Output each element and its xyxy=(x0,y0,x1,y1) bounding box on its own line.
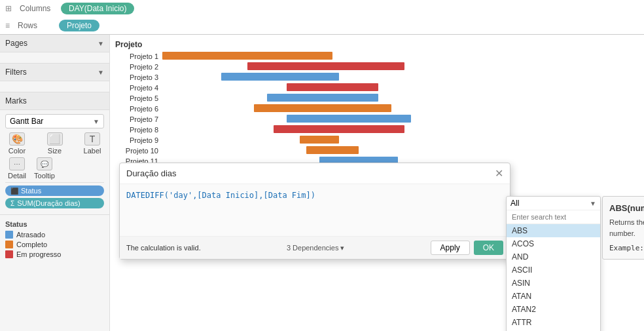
calc-deps[interactable]: 3 Dependencies ▾ xyxy=(287,244,345,252)
status-field-pill[interactable]: ⬛ Status xyxy=(5,185,104,196)
dialog-overlay: Duração dias ✕ DATEDIFF('day',[Data Inic… xyxy=(110,35,644,331)
em-progresso-label: Em progresso xyxy=(16,250,61,258)
func-category-chevron: ▼ xyxy=(590,200,596,207)
func-list-item[interactable]: ABS xyxy=(507,224,600,237)
calc-dialog-footer: The calculation is valid. 3 Dependencies… xyxy=(120,237,510,259)
sum-field-pill[interactable]: Σ SUM(Duração dias) xyxy=(5,198,104,208)
rows-label: Rows xyxy=(18,21,54,30)
calc-dialog-title: Duração dias xyxy=(126,168,177,178)
marks-type-label: Gantt Bar xyxy=(10,117,43,126)
func-list-item[interactable]: ACOS xyxy=(507,237,600,250)
func-list-item[interactable]: AND xyxy=(507,250,600,263)
calc-buttons: Apply OK xyxy=(431,241,503,255)
color-label: Color xyxy=(9,147,26,155)
status-completo: Completo xyxy=(5,241,104,248)
func-list-item[interactable]: ASIN xyxy=(507,277,600,290)
tooltip-label: Tooltip xyxy=(34,172,55,180)
func-list-item[interactable]: ATTR xyxy=(507,316,600,329)
pages-header[interactable]: Pages ▼ xyxy=(0,35,109,52)
label-label: Label xyxy=(84,147,101,155)
size-label: Size xyxy=(48,147,62,155)
pages-section: Pages ▼ xyxy=(0,35,109,64)
filters-label: Filters xyxy=(5,68,27,77)
completo-label: Completo xyxy=(16,241,47,248)
marks-label: Marks xyxy=(5,96,27,106)
calc-status: The calculation is valid. xyxy=(126,244,201,252)
columns-pill[interactable]: DAY(Data Inicio) xyxy=(61,3,134,14)
em-progresso-color xyxy=(5,250,13,258)
calc-formula: DATEDIFF('day',[Data Inicio],[Data Fim]) xyxy=(126,191,315,200)
func-category-select[interactable]: All ▼ xyxy=(507,197,600,210)
func-category-label: All xyxy=(510,199,519,208)
status-em-progresso: Em progresso xyxy=(5,250,104,258)
detail-label: Detail xyxy=(8,172,26,180)
calc-field-dialog: Duração dias ✕ DATEDIFF('day',[Data Inic… xyxy=(119,163,510,260)
filters-section: Filters ▼ xyxy=(0,64,109,92)
calc-dialog-close[interactable]: ✕ xyxy=(495,167,503,180)
pages-label: Pages xyxy=(5,39,27,48)
detail-mark[interactable]: ⋯ Detail xyxy=(5,157,29,180)
apply-button[interactable]: Apply xyxy=(431,241,470,255)
calc-dialog-body[interactable]: DATEDIFF('day',[Data Inicio],[Data Fim]) xyxy=(120,184,510,237)
completo-color xyxy=(5,241,13,248)
marks-type-dropdown[interactable]: Gantt Bar ▼ xyxy=(5,114,104,128)
color-mark[interactable]: 🎨 Color xyxy=(5,132,29,155)
marks-icons-row: 🎨 Color ⬜ Size T Label xyxy=(5,132,104,155)
func-list: ABSACOSANDASCIIASINATANATAN2ATTRAVGCASEC… xyxy=(507,224,600,331)
filters-header[interactable]: Filters ▼ xyxy=(0,64,109,81)
ok-button[interactable]: OK xyxy=(474,241,503,255)
status-legend-title: Status xyxy=(5,220,104,228)
rows-icon: ≡ xyxy=(5,21,10,30)
sum-field-label: SUM(Duração dias) xyxy=(17,199,80,207)
atrasado-color xyxy=(5,231,13,239)
size-mark[interactable]: ⬜ Size xyxy=(43,132,67,155)
func-search-input[interactable] xyxy=(507,210,600,224)
func-desc-title: ABS(number) xyxy=(609,203,644,213)
calc-dialog-header: Duração dias ✕ xyxy=(120,163,510,184)
pages-chevron: ▼ xyxy=(98,40,104,47)
marks-header: Marks xyxy=(0,92,109,110)
atrasado-label: Atrasado xyxy=(16,231,45,239)
columns-label: Columns xyxy=(20,4,56,13)
func-search-panel: All ▼ ABSACOSANDASCIIASINATANATAN2ATTRAV… xyxy=(506,196,601,331)
status-field-label: Status xyxy=(21,187,41,195)
label-icon: T xyxy=(84,132,100,146)
rows-row: ≡ Rows Projeto xyxy=(0,17,644,34)
columns-row: ⊞ Columns DAY(Data Inicio) xyxy=(0,0,644,17)
tooltip-icon: 💬 xyxy=(37,157,52,170)
size-icon: ⬜ xyxy=(47,132,63,146)
sum-field-icon: Σ xyxy=(10,200,14,207)
detail-icon: ⋯ xyxy=(9,157,25,170)
func-list-item[interactable]: ATAN2 xyxy=(507,303,600,316)
func-desc-text: Returns the absolute value of the given … xyxy=(609,217,644,239)
func-desc-example: Example: ABS(-7) = 7 xyxy=(609,244,644,252)
func-desc-panel: ABS(number) Returns the absolute value o… xyxy=(602,196,644,260)
color-icon: 🎨 xyxy=(9,132,25,146)
label-mark[interactable]: T Label xyxy=(80,132,104,155)
func-list-item[interactable]: ASCII xyxy=(507,263,600,277)
rows-pill[interactable]: Projeto xyxy=(59,20,99,31)
status-field-icon: ⬛ xyxy=(10,187,18,195)
marks-dropdown-chevron: ▼ xyxy=(93,118,99,125)
columns-icon: ⊞ xyxy=(5,4,12,13)
func-list-item[interactable]: ATAN xyxy=(507,290,600,303)
status-section: Status Atrasado Completo Em progresso xyxy=(0,215,109,265)
chart-area: Projeto Projeto 1Projeto 2Projeto 3Proje… xyxy=(110,35,644,331)
marks-section: Marks Gantt Bar ▼ 🎨 Color ⬜ S xyxy=(0,92,109,215)
filters-chevron: ▼ xyxy=(98,69,104,76)
tooltip-mark[interactable]: 💬 Tooltip xyxy=(33,157,56,180)
status-atrasado: Atrasado xyxy=(5,231,104,239)
marks-row2: ⋯ Detail 💬 Tooltip xyxy=(5,157,104,180)
